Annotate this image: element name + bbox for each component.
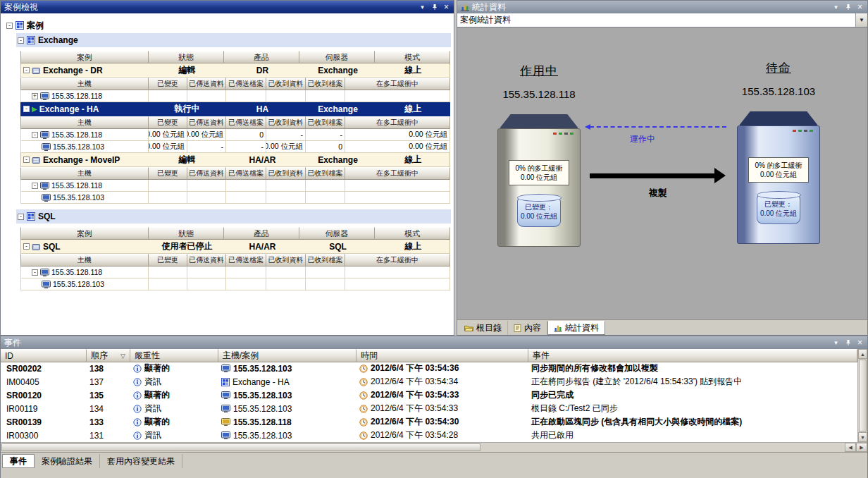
tab-statistics[interactable]: 統計資料 xyxy=(547,321,605,335)
host-value-cell xyxy=(226,180,266,192)
spool-percent-label: 0% 的多工緩衝 xyxy=(750,161,807,170)
host-name: 155.35.128.103 xyxy=(53,280,104,288)
host-name: 155.35.128.118 xyxy=(51,92,102,100)
host-row[interactable]: 155.35.128.103 xyxy=(20,192,450,204)
collapse-icon[interactable]: - xyxy=(18,214,24,220)
scenario-panel-title: 案例檢視 xyxy=(4,1,414,13)
statistics-panel-title: 統計資料 xyxy=(472,1,828,13)
column-header-host-scenario[interactable]: 主機/案例 xyxy=(218,349,356,362)
event-severity: 顯著的 xyxy=(144,416,170,428)
scenario-tree: - 案例 - Exchange 案例 狀態 產品 伺服器 模式 xyxy=(1,13,454,335)
scroll-left-icon[interactable]: ◀ xyxy=(845,443,856,452)
column-header-mode: 模式 xyxy=(375,51,450,63)
event-row[interactable]: SR00202 138 顯著的 155.35.128.103 2012/6/4 … xyxy=(1,362,857,375)
host-value-cell xyxy=(345,266,450,278)
panel-menu-icon[interactable]: ▾ xyxy=(417,2,428,12)
close-icon[interactable]: × xyxy=(441,2,452,12)
event-time: 2012/6/4 下午 03:54:34 xyxy=(371,376,458,388)
column-header-event[interactable]: 事件 xyxy=(528,349,857,362)
host-icon xyxy=(221,364,230,372)
host-row[interactable]: -155.35.128.118 0.00 位元組 0.00 位元組 0 - - … xyxy=(20,129,450,141)
collapse-icon[interactable]: - xyxy=(6,23,13,29)
event-row[interactable]: IR00119 134 資訊 155.35.128.103 2012/6/4 下… xyxy=(1,402,857,415)
pin-icon[interactable] xyxy=(843,338,853,348)
statistics-panel-titlebar[interactable]: 統計資料 ▾ × xyxy=(457,1,867,13)
scenario-mode: 線上 xyxy=(376,102,451,116)
active-server-icon: 0% 的多工緩衝 0.00 位元組 已變更： 0.00 位元組 xyxy=(497,114,581,247)
panel-menu-icon[interactable]: ▾ xyxy=(831,338,841,348)
collapse-icon[interactable]: - xyxy=(32,269,38,276)
close-icon[interactable]: × xyxy=(855,2,865,12)
scroll-down-icon[interactable]: ▼ xyxy=(858,432,867,442)
host-row[interactable]: 155.35.128.103 0.00 位元組 - - 0.00 位元組 0 0… xyxy=(20,141,450,153)
host-row[interactable]: 155.35.128.103 xyxy=(20,278,450,290)
scenario-row-exchange-moveip[interactable]: - Exchange - MoveIP 編輯 HA/AR Exchange 線上 xyxy=(20,153,450,167)
event-row[interactable]: SR00120 135 顯著的 155.35.128.103 2012/6/4 … xyxy=(1,388,857,402)
scrollbar-track[interactable] xyxy=(481,443,845,452)
host-icon xyxy=(40,131,49,139)
tab-apply-property-changes-results[interactable]: 套用內容變更結果 xyxy=(100,454,182,468)
application-window: 案例檢視 ▾ × - 案例 - Exchange 案例 狀態 xyxy=(0,0,868,478)
panel-menu-icon[interactable]: ▾ xyxy=(831,2,841,12)
combobox-dropdown-icon[interactable]: ▼ xyxy=(855,13,867,27)
host-row[interactable]: -155.35.128.118 xyxy=(20,180,450,192)
scrollbar-thumb[interactable] xyxy=(859,360,867,431)
tab-events[interactable]: 事件 xyxy=(2,454,35,468)
event-time: 2012/6/4 下午 03:54:30 xyxy=(371,416,459,428)
events-panel-titlebar[interactable]: 事件 ▾ × xyxy=(1,336,867,349)
column-header-sequence[interactable]: 順序▽ xyxy=(87,349,130,362)
scroll-right-icon[interactable]: ▶ xyxy=(856,443,867,452)
host-row[interactable]: +155.35.128.118 xyxy=(20,90,450,102)
scenario-server: Exchange xyxy=(300,102,376,116)
spool-bytes-label: 0.00 位元組 xyxy=(510,173,568,182)
sql-scenario-table: 案例 狀態 產品 伺服器 模式 - SQL 使用者已停止 HA/AR SQL 線… xyxy=(20,227,450,290)
expand-icon[interactable]: + xyxy=(32,93,38,99)
pin-icon[interactable] xyxy=(429,2,440,12)
scroll-up-icon[interactable]: ▲ xyxy=(858,349,867,359)
horizontal-scrollbar[interactable]: ◀ ▶ xyxy=(1,442,867,452)
event-time: 2012/6/4 下午 03:54:28 xyxy=(371,429,458,441)
collapse-icon[interactable]: - xyxy=(23,67,30,73)
tree-group-sql[interactable]: - SQL xyxy=(16,209,451,223)
scenario-icon xyxy=(221,378,230,386)
tab-label: 根目錄 xyxy=(476,322,502,334)
event-sequence: 135 xyxy=(87,388,130,402)
collapse-icon[interactable]: - xyxy=(23,157,30,163)
column-header-severity[interactable]: 嚴重性 xyxy=(130,349,218,362)
event-row[interactable]: IM00405 137 資訊 Exchange - HA 2012/6/4 下午… xyxy=(1,375,857,388)
collapse-icon[interactable]: - xyxy=(32,132,38,138)
scenario-icon xyxy=(32,243,41,251)
tree-group-exchange[interactable]: - Exchange xyxy=(16,33,451,47)
column-header-time[interactable]: 時間 xyxy=(356,349,528,362)
column-header-host: 主機 xyxy=(20,116,149,129)
collapse-icon[interactable]: - xyxy=(23,243,30,250)
scenario-row-exchange-ha[interactable]: - ▶ Exchange - HA 執行中 HA Exchange 線上 xyxy=(20,102,450,116)
vertical-scrollbar[interactable]: ▲ ▼ xyxy=(857,349,867,442)
pin-icon[interactable] xyxy=(843,2,853,12)
column-header-sent-files: 已傳送檔案 xyxy=(226,78,266,90)
scrollbar-thumb[interactable] xyxy=(1,443,480,451)
statistics-type-combobox[interactable]: 案例統計資料 ▼ xyxy=(457,13,867,27)
collapse-icon[interactable]: - xyxy=(32,183,38,189)
tab-properties[interactable]: 內容 xyxy=(508,321,547,335)
collapse-icon[interactable]: - xyxy=(18,37,24,44)
host-name: 155.35.128.103 xyxy=(53,142,104,151)
group-icon xyxy=(27,36,35,44)
event-severity: 資訊 xyxy=(144,429,161,441)
scenario-row-sql[interactable]: - SQL 使用者已停止 HA/AR SQL 線上 xyxy=(20,240,450,254)
tab-scenario-validation-results[interactable]: 案例驗證結果 xyxy=(35,454,100,468)
close-icon[interactable]: × xyxy=(855,338,865,348)
host-value-cell xyxy=(149,266,187,278)
event-row[interactable]: IR00300 131 資訊 155.35.128.103 2012/6/4 下… xyxy=(1,429,857,442)
scenario-state: 使用者已停止 xyxy=(149,240,225,253)
collapse-icon[interactable]: - xyxy=(23,106,30,112)
host-row[interactable]: -155.35.128.118 xyxy=(20,266,450,278)
scenario-panel-titlebar[interactable]: 案例檢視 ▾ × xyxy=(1,1,454,13)
column-header-id[interactable]: ID xyxy=(1,349,87,362)
exchange-scenario-table: 案例 狀態 產品 伺服器 模式 - Exchange - DR 編輯 DR Ex… xyxy=(20,51,450,204)
tree-root-scenarios[interactable]: - 案例 xyxy=(1,18,454,33)
event-row[interactable]: SR00139 133 顯著的 155.35.128.118 2012/6/4 … xyxy=(1,415,857,429)
scenario-row-exchange-dr[interactable]: - Exchange - DR 編輯 DR Exchange 線上 xyxy=(20,63,450,78)
tab-root-directories[interactable]: 根目錄 xyxy=(459,321,508,335)
event-message: 同步期間的所有修改都會加以複製 xyxy=(528,362,857,375)
